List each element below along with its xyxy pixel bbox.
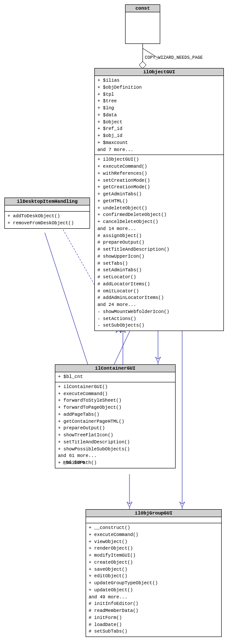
ilObjectGUI-class: ilObjectGUI + $ilias + $objDefinition + … [94,68,224,331]
svg-marker-15 [180,502,185,507]
ilContainerGUI-attributes: + $bl_cnt [55,372,175,382]
ilContainerGUI-class: ilContainerGUI + $bl_cnt + ilContainerGU… [55,364,176,468]
ilObjectGUI-methods: + ilObjectGUI() + executeCommand() + wit… [95,155,223,331]
copy-wizard-label: COPY_WIZARD_NEEDS_PAGE [145,55,203,60]
ilObjGroupGUI-class: ilObjGroupGUI + __construct() + executeC… [86,509,222,637]
ilObjectGUI-attributes: + $ilias + $objDefinition + $tpl + $tree… [95,76,223,155]
and-more-label: and more [63,460,85,465]
ilDesktopItemHandling-methods: + addToDeskObject() + removeFromDeskObje… [5,212,90,228]
svg-marker-12 [155,357,161,362]
ilDesktopItemHandling-attributes [5,205,90,212]
ilObjectGUI-header: ilObjectGUI [95,68,223,76]
svg-marker-10 [127,502,132,507]
const-body [126,12,160,36]
ilContainerGUI-methods: + ilContainerGUI() + executeCommand() + … [55,382,175,468]
const-header: const [126,5,160,12]
diagram-container: const COPY_WIZARD_NEEDS_PAGE ilObjectGUI… [0,0,230,644]
ilObjGroupGUI-methods: + __construct() + executeCommand() + vie… [86,523,221,637]
ilDesktopItemHandling-class: ilDesktopItemHandling + addToDeskObject(… [4,198,90,229]
svg-marker-1 [139,61,146,68]
ilDesktopItemHandling-header: ilDesktopItemHandling [5,198,90,205]
ilContainerGUI-header: ilContainerGUI [55,365,175,372]
ilObjGroupGUI-header: ilObjGroupGUI [86,510,221,517]
svg-line-13 [45,233,88,364]
svg-line-3 [114,327,132,364]
ilObjGroupGUI-attributes [86,517,221,523]
const-class: const [125,4,160,44]
